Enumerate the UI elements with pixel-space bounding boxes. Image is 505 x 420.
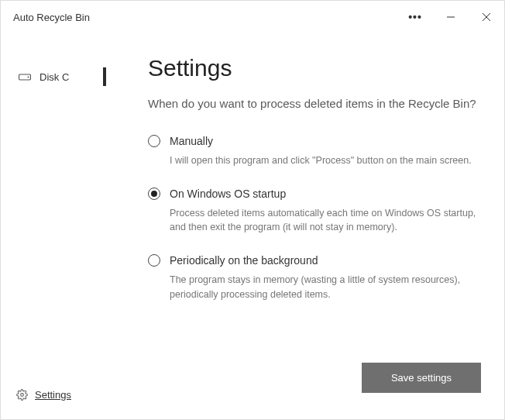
page-title: Settings (148, 55, 481, 81)
sidebar-item-label: Disk C (40, 71, 69, 83)
radio-description: Process deleted items automatically each… (170, 206, 481, 234)
radio-description: The program stays in memory (wasting a l… (170, 273, 481, 301)
page-subtitle: When do you want to process deleted item… (148, 95, 481, 112)
sidebar-spacer (1, 91, 117, 380)
main-panel: Settings When do you want to process del… (117, 33, 504, 419)
footer-row: Save settings (148, 363, 481, 404)
radio-startup[interactable]: On Windows OS startup (148, 188, 481, 200)
window-title: Auto Recycle Bin (13, 12, 397, 23)
minimize-button[interactable] (433, 1, 469, 33)
close-icon (482, 12, 491, 22)
drive-icon (18, 72, 32, 81)
minimize-icon (446, 12, 455, 22)
more-icon: ••• (408, 11, 422, 23)
save-button[interactable]: Save settings (362, 363, 481, 393)
gear-icon (15, 389, 29, 401)
radio-label: Manually (170, 135, 213, 147)
sidebar-settings-label: Settings (35, 389, 71, 401)
svg-point-5 (20, 393, 23, 396)
option-manually: Manually I will open this program and cl… (148, 135, 481, 167)
radio-periodic[interactable]: Periodically on the background (148, 254, 481, 267)
more-button[interactable]: ••• (397, 1, 433, 33)
option-periodic: Periodically on the background The progr… (148, 254, 481, 301)
content-area: Disk C Settings Settings When do you wan… (1, 33, 504, 419)
svg-point-4 (28, 77, 29, 78)
radio-manually[interactable]: Manually (148, 135, 481, 147)
sidebar: Disk C Settings (1, 33, 117, 419)
radio-label: On Windows OS startup (170, 188, 286, 200)
option-startup: On Windows OS startup Process deleted it… (148, 188, 481, 234)
titlebar-controls: ••• (397, 1, 504, 33)
sidebar-item-disk-c[interactable]: Disk C (1, 63, 117, 91)
titlebar: Auto Recycle Bin ••• (1, 1, 504, 33)
sidebar-settings-link[interactable]: Settings (1, 380, 117, 408)
radio-icon (148, 254, 160, 267)
radio-label: Periodically on the background (170, 254, 318, 267)
radio-icon (148, 135, 160, 147)
radio-description: I will open this program and click "Proc… (170, 153, 481, 167)
radio-icon-checked (148, 188, 160, 200)
close-button[interactable] (469, 1, 504, 33)
